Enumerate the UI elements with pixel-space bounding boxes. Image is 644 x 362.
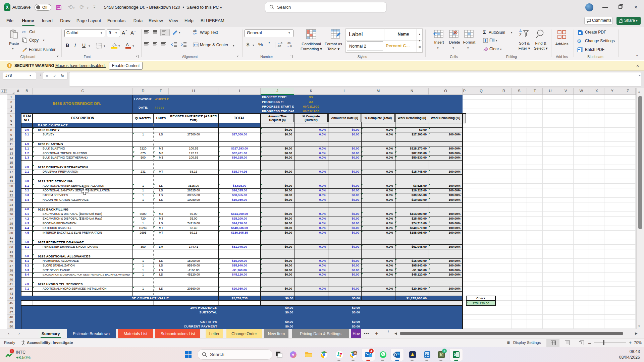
svg-text:K: K <box>440 352 443 357</box>
svg-text:X: X <box>454 352 457 357</box>
